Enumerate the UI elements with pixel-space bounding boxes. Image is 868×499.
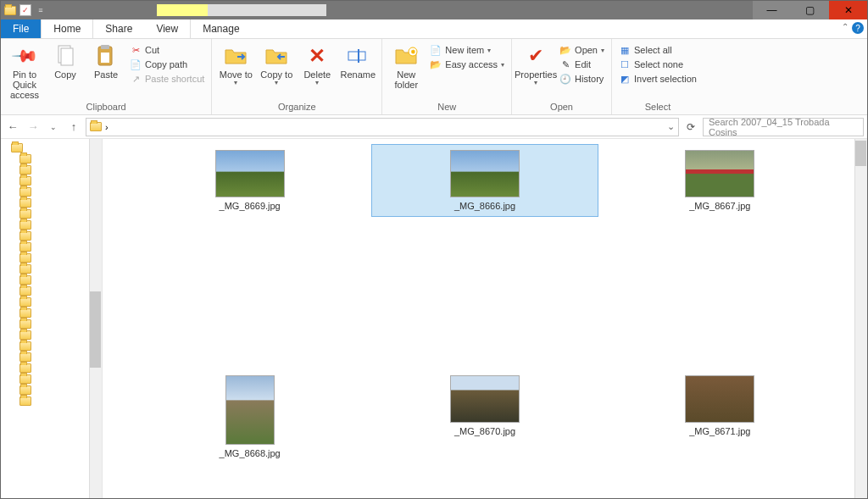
open-button[interactable]: 📂Open bbox=[558, 43, 606, 57]
folder-icon bbox=[19, 165, 31, 175]
svg-rect-4 bbox=[101, 53, 109, 63]
file-item-selected[interactable]: _MG_8666.jpg bbox=[371, 144, 598, 217]
new-item-button[interactable]: 📄New item bbox=[428, 43, 506, 57]
select-none-icon: ☐ bbox=[619, 58, 631, 70]
copy-button[interactable]: Copy bbox=[47, 41, 84, 80]
delete-button[interactable]: ✕ Delete bbox=[298, 41, 336, 87]
file-name: _MG_8671.jpg bbox=[689, 426, 750, 436]
folder-icon bbox=[19, 253, 31, 263]
tree-folder[interactable] bbox=[4, 274, 98, 286]
help-icon[interactable]: ? bbox=[852, 22, 864, 34]
tree-folder[interactable] bbox=[4, 341, 98, 352]
folder-icon bbox=[19, 286, 31, 296]
select-none-label: Select none bbox=[634, 59, 683, 69]
select-none-button[interactable]: ☐Select none bbox=[617, 58, 698, 71]
file-item[interactable]: _MG_8668.jpg bbox=[136, 369, 363, 464]
tab-share[interactable]: Share bbox=[93, 19, 144, 38]
tree-folder[interactable] bbox=[4, 286, 98, 297]
tree-folder[interactable] bbox=[4, 153, 98, 164]
collapse-ribbon-icon[interactable]: ⌃ bbox=[842, 22, 849, 31]
tree-folder[interactable] bbox=[4, 186, 98, 197]
shortcut-icon: ↗ bbox=[130, 73, 142, 85]
back-button[interactable]: ← bbox=[4, 120, 21, 133]
folder-icon bbox=[19, 341, 31, 351]
easy-access-button[interactable]: 📂Easy access bbox=[428, 58, 506, 71]
select-all-button[interactable]: ▦Select all bbox=[617, 43, 698, 57]
thumbnail bbox=[450, 375, 520, 423]
qat-dropdown-icon[interactable]: ≡ bbox=[35, 4, 47, 16]
copy-label: Copy bbox=[54, 69, 76, 80]
tree-folder[interactable] bbox=[4, 374, 98, 385]
tree-folder[interactable] bbox=[4, 363, 98, 374]
pin-quick-access-button[interactable]: 📌 Pin to Quick access bbox=[6, 41, 43, 100]
recent-dropdown[interactable]: ⌄ bbox=[45, 123, 62, 131]
address-bar[interactable]: › ⌄ bbox=[86, 118, 679, 136]
tree-folder[interactable] bbox=[4, 219, 98, 230]
file-item[interactable]: _MG_8671.jpg bbox=[607, 369, 833, 464]
tree-folder[interactable] bbox=[4, 396, 98, 407]
paste-shortcut-button[interactable]: ↗Paste shortcut bbox=[128, 72, 206, 86]
copy-to-button[interactable]: Copy to bbox=[258, 41, 295, 87]
file-item[interactable]: _MG_8669.jpg bbox=[136, 144, 363, 217]
content-scroll-thumb[interactable] bbox=[855, 141, 866, 166]
history-button[interactable]: 🕘History bbox=[558, 72, 606, 86]
tree-folder[interactable] bbox=[4, 297, 98, 308]
new-folder-button[interactable]: ✹ New folder bbox=[387, 41, 425, 90]
group-organize-label: Organize bbox=[217, 100, 376, 114]
rename-button[interactable]: Rename bbox=[339, 41, 376, 80]
tree-folder[interactable] bbox=[4, 164, 98, 175]
forward-button[interactable]: → bbox=[25, 120, 42, 133]
nav-tree[interactable] bbox=[1, 139, 103, 498]
tab-view[interactable]: View bbox=[144, 19, 190, 38]
paste-button[interactable]: Paste bbox=[87, 41, 125, 80]
up-button[interactable]: ↑ bbox=[65, 120, 82, 133]
tree-folder[interactable] bbox=[4, 241, 98, 252]
tree-folder[interactable] bbox=[4, 330, 98, 341]
qat-toggle-icon[interactable]: ✓ bbox=[19, 4, 31, 16]
tab-file[interactable]: File bbox=[1, 19, 41, 38]
cut-button[interactable]: ✂Cut bbox=[128, 43, 206, 57]
address-dropdown-icon[interactable]: ⌄ bbox=[667, 121, 675, 132]
tree-folder[interactable] bbox=[4, 208, 98, 219]
refresh-button[interactable]: ⟳ bbox=[682, 121, 699, 133]
file-view[interactable]: _MG_8669.jpg _MG_8666.jpg _MG_8667.jpg _… bbox=[103, 139, 867, 498]
tree-folder[interactable] bbox=[4, 352, 98, 363]
delete-icon: ✕ bbox=[305, 44, 329, 68]
easy-access-label: Easy access bbox=[445, 59, 498, 69]
file-item[interactable]: _MG_8667.jpg bbox=[607, 144, 833, 217]
history-icon: 🕘 bbox=[559, 73, 571, 85]
tree-folder[interactable] bbox=[4, 142, 98, 153]
close-button[interactable]: ✕ bbox=[829, 1, 867, 19]
folder-icon bbox=[90, 122, 102, 131]
tree-folder[interactable] bbox=[4, 230, 98, 241]
file-name: _MG_8670.jpg bbox=[454, 426, 515, 436]
tree-scroll-thumb[interactable] bbox=[90, 291, 101, 368]
tree-folder[interactable] bbox=[4, 319, 98, 330]
move-to-label: Move to bbox=[220, 69, 253, 80]
maximize-button[interactable]: ▢ bbox=[791, 1, 829, 19]
tree-folder[interactable] bbox=[4, 385, 98, 396]
search-input[interactable]: Search 2007_04_15 Trobada Cosins bbox=[703, 118, 864, 136]
tab-manage[interactable]: Manage bbox=[190, 19, 251, 38]
invert-selection-button[interactable]: ◩Invert selection bbox=[617, 72, 698, 86]
tree-folder[interactable] bbox=[4, 263, 98, 274]
group-organize: Move to Copy to ✕ Delete Rename Organize bbox=[212, 39, 382, 114]
file-item[interactable]: _MG_8670.jpg bbox=[371, 369, 598, 464]
tree-folder[interactable] bbox=[4, 197, 98, 208]
select-all-label: Select all bbox=[634, 45, 672, 55]
folder-icon bbox=[4, 4, 16, 16]
tree-folder[interactable] bbox=[4, 175, 98, 186]
tab-home[interactable]: Home bbox=[41, 19, 93, 38]
cut-label: Cut bbox=[145, 45, 159, 55]
tree-folder[interactable] bbox=[4, 252, 98, 263]
properties-button[interactable]: ✔ Properties bbox=[517, 41, 554, 87]
edit-button[interactable]: ✎Edit bbox=[558, 58, 606, 71]
content-scrollbar[interactable] bbox=[854, 139, 867, 498]
group-select: ▦Select all ☐Select none ◩Invert selecti… bbox=[612, 39, 704, 114]
copy-path-button[interactable]: 📄Copy path bbox=[128, 58, 206, 71]
move-to-button[interactable]: Move to bbox=[217, 41, 254, 87]
tree-folder[interactable] bbox=[4, 308, 98, 319]
minimize-button[interactable]: — bbox=[753, 1, 791, 19]
tree-scrollbar[interactable] bbox=[89, 139, 102, 498]
copy-path-icon: 📄 bbox=[130, 58, 142, 70]
